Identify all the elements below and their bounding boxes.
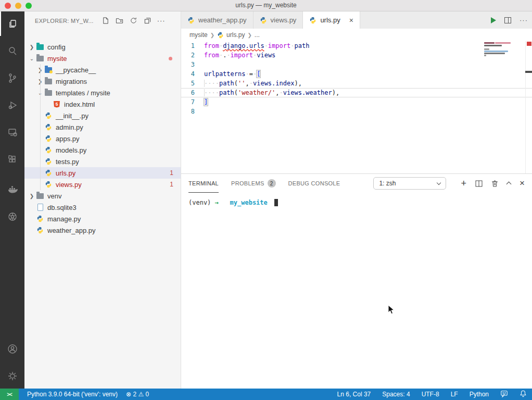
breadcrumb-separator: ❯ bbox=[247, 32, 251, 38]
folder-icon bbox=[36, 54, 44, 63]
tree-item-db-sqlite3[interactable]: db.sqlite3 bbox=[24, 202, 181, 213]
remote-explorer-icon[interactable] bbox=[0, 120, 24, 144]
python-file-icon bbox=[44, 134, 53, 143]
explorer-more-actions-icon[interactable]: ··· bbox=[157, 17, 166, 24]
code-editor[interactable]: 1 from·django.urls·import·path 2 from·.·… bbox=[181, 41, 532, 185]
python-file-icon bbox=[44, 180, 53, 189]
tree-item-templates-mysite[interactable]: ⌄ templates / mysite bbox=[24, 87, 181, 98]
code-line: 4 urlpatterns·=·[ bbox=[181, 69, 532, 79]
tab-close-icon[interactable]: × bbox=[349, 16, 353, 24]
file-tree: ❯ config ⌄ mysite ❯ __pycache__ ❯ migrat… bbox=[24, 41, 181, 236]
tree-item-apps-py[interactable]: apps.py bbox=[24, 133, 181, 144]
tab-problems[interactable]: PROBLEMS2 bbox=[231, 174, 276, 193]
explorer-sidebar: EXPLORER: MY_W... ··· ❯ config ⌄ bbox=[24, 11, 181, 389]
chevron-down-icon: ⌄ bbox=[28, 56, 36, 61]
new-file-icon[interactable] bbox=[101, 16, 110, 26]
tree-item-index-html[interactable]: 5 index.html bbox=[24, 98, 181, 110]
run-debug-icon[interactable] bbox=[0, 93, 24, 117]
explorer-header: EXPLORER: MY_W... ··· bbox=[24, 11, 181, 30]
chevron-down-icon bbox=[437, 180, 441, 184]
tree-item-init-py[interactable]: __init__.py bbox=[24, 110, 181, 121]
kubernetes-icon[interactable] bbox=[0, 204, 24, 229]
tree-item-tests-py[interactable]: tests.py bbox=[24, 156, 181, 167]
feedback-icon[interactable] bbox=[500, 390, 508, 399]
error-marker bbox=[527, 42, 531, 46]
minimap[interactable] bbox=[484, 41, 525, 64]
extensions-icon[interactable] bbox=[0, 147, 24, 171]
folder-icon bbox=[44, 77, 53, 85]
run-button[interactable] bbox=[491, 17, 496, 23]
remote-indicator[interactable]: >< bbox=[0, 389, 19, 400]
cursor-position[interactable]: Ln 6, Col 37 bbox=[337, 391, 371, 398]
accounts-icon[interactable] bbox=[0, 336, 24, 361]
cursor-marker bbox=[525, 71, 532, 73]
new-terminal-icon[interactable]: + bbox=[461, 178, 467, 189]
bottom-panel: TERMINAL PROBLEMS2 DEBUG CONSOLE 1: zsh … bbox=[181, 173, 532, 389]
python-file-icon bbox=[44, 111, 53, 120]
problems-count-badge: 1 bbox=[170, 169, 173, 177]
tab-debug-console[interactable]: DEBUG CONSOLE bbox=[288, 174, 340, 193]
python-file-icon bbox=[36, 226, 44, 234]
search-icon[interactable] bbox=[0, 39, 24, 63]
shell-select[interactable]: 1: zsh bbox=[373, 177, 446, 190]
problems-badge: 2 bbox=[268, 179, 276, 188]
editor-more-actions-icon[interactable]: ··· bbox=[520, 16, 528, 24]
tree-item-migrations[interactable]: ❯ migrations bbox=[24, 76, 181, 87]
breadcrumb-symbol[interactable]: ... bbox=[255, 31, 260, 39]
code-line: 5 ····path('',·views.index), bbox=[181, 79, 532, 88]
tree-item-mysite[interactable]: ⌄ mysite bbox=[24, 53, 181, 64]
tab-views-py[interactable]: views.py bbox=[254, 11, 303, 29]
settings-gear-icon[interactable] bbox=[0, 364, 24, 388]
notifications-bell-icon[interactable] bbox=[520, 390, 527, 399]
explorer-icon[interactable] bbox=[0, 11, 24, 36]
problems-summary[interactable]: ⊗ 2 ⚠ 0 bbox=[126, 391, 149, 398]
tree-item-admin-py[interactable]: admin.py bbox=[24, 121, 181, 133]
split-terminal-icon[interactable] bbox=[475, 180, 483, 187]
file-icon bbox=[36, 203, 44, 211]
refresh-icon[interactable] bbox=[129, 16, 138, 26]
breadcrumb-folder[interactable]: mysite bbox=[189, 31, 208, 39]
tree-item-views-py[interactable]: views.py 1 bbox=[24, 179, 181, 190]
breadcrumb-file[interactable]: urls.py bbox=[226, 31, 245, 39]
folder-icon bbox=[44, 66, 53, 74]
tree-item-urls-py[interactable]: urls.py 1 bbox=[24, 167, 181, 179]
python-file-icon bbox=[36, 215, 44, 223]
close-panel-icon[interactable]: × bbox=[520, 178, 525, 189]
source-control-icon[interactable] bbox=[0, 66, 24, 90]
eol-sequence[interactable]: LF bbox=[451, 391, 458, 398]
maximize-panel-icon[interactable] bbox=[507, 181, 511, 186]
tab-urls-py[interactable]: urls.py × bbox=[303, 11, 360, 29]
tree-item-manage-py[interactable]: manage.py bbox=[24, 213, 181, 224]
new-folder-icon[interactable] bbox=[115, 16, 124, 26]
tree-item-pycache[interactable]: ❯ __pycache__ bbox=[24, 64, 181, 76]
code-line: 8 bbox=[181, 107, 532, 116]
folder-icon bbox=[36, 43, 44, 51]
tree-item-models-py[interactable]: models.py bbox=[24, 144, 181, 156]
tab-weather-app-py[interactable]: weather_app.py bbox=[181, 11, 254, 29]
collapse-folders-icon[interactable] bbox=[143, 16, 153, 26]
docker-icon[interactable] bbox=[0, 177, 24, 202]
kill-terminal-icon[interactable] bbox=[491, 180, 498, 187]
terminal[interactable]: (venv) → my_website bbox=[188, 199, 278, 206]
python-file-icon bbox=[187, 17, 195, 24]
code-line: 3 bbox=[181, 60, 532, 69]
tree-item-venv[interactable]: ❯ venv bbox=[24, 190, 181, 202]
tab-terminal[interactable]: TERMINAL bbox=[188, 174, 219, 193]
indentation[interactable]: Spaces: 4 bbox=[382, 391, 410, 398]
code-line-current: 6 ····path('weather/',·views.weather), bbox=[181, 88, 532, 97]
editor-group: weather_app.py views.py urls.py × ··· my… bbox=[181, 11, 532, 389]
encoding[interactable]: UTF-8 bbox=[422, 391, 439, 398]
tree-item-weather-app-py[interactable]: weather_app.py bbox=[24, 224, 181, 236]
split-editor-icon[interactable] bbox=[504, 17, 511, 23]
python-interpreter[interactable]: Python 3.9.0 64-bit ('venv': venv) bbox=[27, 391, 118, 398]
breadcrumb: mysite ❯ urls.py ❯ ... bbox=[181, 29, 532, 41]
python-file-icon bbox=[44, 157, 53, 166]
tree-item-config[interactable]: ❯ config bbox=[24, 41, 181, 53]
language-mode[interactable]: Python bbox=[470, 391, 489, 398]
chevron-right-icon: ❯ bbox=[28, 44, 36, 50]
problems-count-badge: 1 bbox=[170, 181, 173, 188]
code-line: 7 ] bbox=[181, 97, 532, 107]
python-file-icon bbox=[217, 32, 224, 39]
python-file-icon bbox=[44, 123, 53, 131]
chevron-right-icon: ❯ bbox=[28, 193, 36, 199]
